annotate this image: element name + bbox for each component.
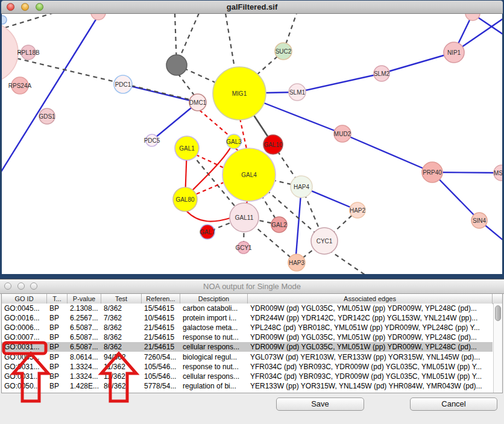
network-titlebar[interactable]: galFiltered.sif bbox=[1, 1, 503, 14]
table-cell: YDR009W (pd) YGL035C, YML051W (pp) YDR00… bbox=[248, 304, 493, 313]
node-CYC1[interactable] bbox=[311, 228, 338, 254]
network-edge[interactable] bbox=[178, 13, 199, 60]
node-gray-node[interactable] bbox=[166, 55, 187, 75]
node-RPL18B[interactable] bbox=[21, 45, 36, 60]
network-canvas[interactable]: RPL18BRPS24AGDS1PDC1DMC1MIG1SUC2SLM1SLM2… bbox=[2, 13, 502, 274]
node-GCY1[interactable] bbox=[238, 242, 250, 254]
table-cell: 21/54615 bbox=[142, 343, 180, 351]
table-cell: 8/362 bbox=[101, 304, 142, 313]
table-cell: YER133W (pp) YOR315W, YNL145W (pd) YHR08… bbox=[248, 382, 493, 390]
node-GDS1[interactable] bbox=[39, 108, 55, 124]
table-row[interactable]: GO:0031...BP6.5087...8/36221/54615cellul… bbox=[2, 342, 493, 352]
node-HAP2[interactable] bbox=[350, 202, 365, 218]
node-PDC1[interactable] bbox=[114, 75, 132, 93]
table-cell: 1.3324... bbox=[68, 363, 101, 371]
table-cell: GO:0016... bbox=[2, 314, 47, 322]
node-SLM2[interactable] bbox=[374, 66, 389, 81]
column-header[interactable]: Associated edges bbox=[248, 294, 493, 304]
scrollbar-thumb[interactable] bbox=[495, 305, 501, 321]
network-edge[interactable] bbox=[197, 182, 224, 194]
table-cell: BP bbox=[47, 363, 68, 371]
node-GAL2[interactable] bbox=[271, 217, 287, 232]
node-GAL3[interactable] bbox=[227, 134, 241, 149]
table-cell: 8/362 bbox=[101, 323, 142, 332]
network-window: RPL18BRPS24AGDS1PDC1DMC1MIG1SUC2SLM1SLM2… bbox=[0, 0, 504, 274]
vertical-scrollbar[interactable] bbox=[493, 304, 502, 393]
table-row[interactable]: GO:0031...BP1.3324...11/362105/546...cel… bbox=[2, 372, 493, 381]
node-PRP40[interactable] bbox=[422, 162, 443, 182]
table-row[interactable]: GO:0065...BP8.0614...94/3627260/54...bio… bbox=[2, 352, 493, 361]
table-cell: BP bbox=[47, 323, 68, 332]
table-cell: 8/362 bbox=[101, 333, 142, 341]
network-edge[interactable] bbox=[186, 211, 230, 222]
node-MIG1[interactable] bbox=[213, 67, 266, 120]
network-edge[interactable] bbox=[123, 84, 198, 102]
table-row[interactable]: GO:0050...BP1.428E...80/3625778/54...reg… bbox=[2, 381, 493, 391]
network-edge[interactable] bbox=[297, 73, 382, 92]
table-cell: galactose meta... bbox=[180, 323, 248, 332]
table-cell: 2.1308... bbox=[68, 304, 101, 313]
table-row[interactable]: GO:0016...BP6.2567...7/36210/54615protei… bbox=[2, 313, 493, 323]
table-cell: BP bbox=[47, 314, 68, 322]
cancel-button[interactable]: Cancel bbox=[410, 398, 497, 411]
table-row[interactable]: GO:0045...BP2.1308...8/36215/54615carbon… bbox=[2, 304, 493, 313]
column-header[interactable]: Test bbox=[101, 294, 142, 304]
node-PDC5[interactable] bbox=[146, 134, 158, 146]
table-cell: BP bbox=[47, 372, 68, 381]
network-edge[interactable] bbox=[329, 250, 367, 274]
node-HAP4[interactable] bbox=[291, 176, 312, 198]
table-cell: 6.5087... bbox=[68, 333, 101, 341]
table-cell: 94/362 bbox=[101, 353, 142, 361]
table-cell: 5778/54... bbox=[142, 382, 180, 390]
node-MSL1[interactable] bbox=[494, 165, 502, 181]
table-cell: 8.0614... bbox=[68, 353, 101, 361]
column-header[interactable]: Desciption bbox=[180, 294, 248, 304]
node-SIN4[interactable] bbox=[471, 213, 487, 228]
network-edge[interactable] bbox=[178, 73, 194, 95]
column-header[interactable]: GO ID bbox=[2, 294, 47, 304]
table-row[interactable]: GO:0031...BP1.3324...11/362105/546...res… bbox=[2, 362, 493, 372]
table-cell: YDR244W (pp) YDR142C, YDR142C (pp) YGL15… bbox=[248, 314, 493, 322]
save-button[interactable]: Save bbox=[276, 398, 364, 411]
table-cell: GO:0006... bbox=[2, 323, 47, 332]
node-MUD2[interactable] bbox=[334, 125, 351, 142]
table-cell: 6.5087... bbox=[68, 343, 101, 351]
network-edge[interactable] bbox=[295, 187, 301, 263]
network-edge[interactable] bbox=[152, 102, 198, 140]
node-big-pink[interactable] bbox=[2, 22, 18, 83]
column-header[interactable]: T... bbox=[47, 294, 68, 304]
node-GAL11[interactable] bbox=[230, 203, 259, 232]
table-row[interactable]: GO:0006...BP6.5087...8/36221/54615galact… bbox=[2, 323, 493, 332]
network-svg: RPL18BRPS24AGDS1PDC1DMC1MIG1SUC2SLM1SLM2… bbox=[2, 13, 502, 274]
table-cell: BP bbox=[47, 382, 68, 390]
column-header[interactable]: P-value bbox=[68, 294, 101, 304]
node-GAL80[interactable] bbox=[173, 187, 197, 211]
table-cell: 7/362 bbox=[101, 314, 142, 322]
node-HAP3[interactable] bbox=[288, 254, 305, 271]
noa-results-table: GO IDT...P-valueTestReferen...Desciption… bbox=[1, 293, 503, 393]
network-edge[interactable] bbox=[342, 134, 432, 172]
network-edge[interactable] bbox=[5, 13, 60, 28]
node-GAL7[interactable] bbox=[200, 225, 215, 239]
table-cell: GO:0045... bbox=[2, 304, 47, 313]
node-GAL4[interactable] bbox=[222, 148, 276, 201]
table-cell: protein import i... bbox=[180, 314, 248, 322]
node-GAL10[interactable] bbox=[263, 135, 283, 154]
window-title: galFiltered.sif bbox=[1, 2, 503, 11]
noa-titlebar[interactable]: NOA output for Single Mode bbox=[0, 279, 504, 294]
noa-window-title: NOA output for Single Mode bbox=[0, 282, 504, 291]
table-cell: 105/546... bbox=[142, 372, 180, 381]
node-left-blue[interactable] bbox=[2, 16, 7, 24]
node-SLM1[interactable] bbox=[289, 84, 306, 101]
table-row[interactable]: GO:0007...BP6.5087...8/36221/54615respon… bbox=[2, 332, 493, 342]
node-NIP1[interactable] bbox=[444, 42, 464, 63]
table-cell: 1.3324... bbox=[68, 372, 101, 381]
node-SUC2[interactable] bbox=[275, 43, 292, 60]
node-RPS24A[interactable] bbox=[11, 77, 28, 94]
column-header[interactable]: Referen... bbox=[142, 294, 180, 304]
network-edge[interactable] bbox=[2, 16, 98, 173]
node-GAL1[interactable] bbox=[175, 136, 199, 160]
table-cell: BP bbox=[47, 353, 68, 361]
node-DMC1[interactable] bbox=[189, 94, 206, 111]
network-edge[interactable] bbox=[382, 52, 454, 73]
